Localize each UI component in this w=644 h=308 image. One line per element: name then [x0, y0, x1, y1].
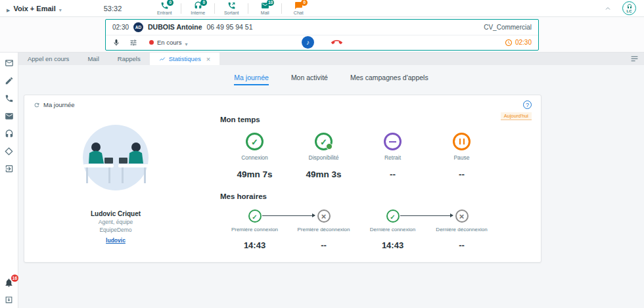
channel-mail[interactable]: 10 Mail: [251, 1, 279, 15]
diamond-quality-icon[interactable]: [5, 147, 13, 156]
channel-mode-selector[interactable]: Voix + Email: [7, 3, 62, 14]
interne-label: Interne: [191, 11, 205, 15]
contact-name: DUBOIS Antoine: [148, 23, 202, 31]
entrant-label: Entrant: [157, 11, 172, 15]
interne-badge: 0: [200, 0, 207, 6]
line-chart-icon: [159, 56, 166, 62]
close-tab-icon[interactable]: [204, 55, 210, 63]
tab-mail[interactable]: Mail: [78, 53, 108, 65]
subtab-mes-campagnes[interactable]: Mes campagnes d'appels: [350, 74, 428, 85]
disponibilite-check-icon: [315, 133, 333, 150]
ma-journee-card: Ma journée ? Aujourd'hui: [24, 95, 541, 263]
outgoing-call-icon: [227, 1, 236, 10]
channel-interne[interactable]: 0 Interne: [184, 1, 212, 15]
headset-icon: [627, 4, 632, 9]
chat-label: Chat: [294, 11, 304, 15]
collapse-panel-icon[interactable]: [604, 5, 612, 12]
x-circle-icon: [317, 209, 331, 223]
agent-name: Ludovic Criquet: [91, 210, 141, 217]
hangup-phone-icon: [331, 37, 342, 48]
call-list-panel-icon[interactable]: [630, 53, 644, 65]
mail-inbox-icon[interactable]: [5, 58, 14, 68]
channel-chat[interactable]: 0 Chat: [285, 1, 312, 15]
hold-timer: 02:30: [515, 39, 532, 46]
headset-supervision-icon[interactable]: [5, 129, 14, 139]
horaire-label: Dernière déconnexion: [436, 227, 487, 232]
horaire-value: --: [459, 240, 465, 250]
arrow-icon: [262, 215, 315, 216]
subtab-ma-journee[interactable]: Ma journée: [234, 74, 269, 85]
temps-value: 49mn 7s: [237, 169, 272, 179]
screen-pop-icon[interactable]: [5, 296, 13, 304]
refresh-icon[interactable]: [34, 102, 40, 108]
channel-entrant[interactable]: 0 Entrant: [150, 1, 178, 15]
user-avatar[interactable]: LC: [622, 1, 636, 15]
chevron-down-icon: [59, 3, 62, 14]
horaire-value: --: [321, 240, 327, 250]
check-circle-icon: [386, 209, 400, 223]
phone-callback-icon[interactable]: [5, 94, 14, 103]
stats-subtabs: Ma journée Mon activité Mes campagnes d'…: [18, 74, 644, 85]
call-status-dropdown[interactable]: En cours: [149, 37, 188, 49]
notifications-badge: 16: [11, 275, 18, 282]
contact-number: 06 49 95 94 51: [206, 23, 252, 31]
mail-edit-icon[interactable]: [5, 76, 14, 85]
mute-microphone-button[interactable]: [112, 39, 120, 47]
check-circle-icon: [248, 209, 262, 223]
active-call-banner: 02:30 AD DUBOIS Antoine 06 49 95 94 51 C…: [105, 19, 539, 51]
mon-temps-row: Connexion 49mn 7s Disponibilité 49mn 3s …: [220, 133, 496, 179]
tab-statistiques[interactable]: Statistiques: [150, 53, 220, 65]
status-label: En cours: [157, 39, 182, 46]
contact-avatar: AD: [133, 22, 143, 32]
x-circle-icon: [455, 209, 469, 223]
connexion-check-icon: [246, 133, 264, 150]
mon-temps-title: Mon temps: [220, 116, 496, 123]
call-timer: 02:30: [112, 24, 129, 31]
channel-sortant[interactable]: Sortant: [218, 1, 245, 15]
separator: [181, 3, 181, 14]
tab-appel-en-cours[interactable]: Appel en cours: [18, 53, 78, 65]
temps-label: Retrait: [384, 154, 401, 161]
tab-rappels[interactable]: Rappels: [108, 53, 150, 65]
subtab-mon-activite[interactable]: Mon activité: [291, 74, 328, 85]
temps-disponibilite: Disponibilité 49mn 3s: [289, 133, 358, 179]
horaire-label: Dernière connexion: [370, 227, 415, 232]
channel-mode-label: Voix + Email: [13, 5, 55, 12]
session-timer: 53:32: [104, 5, 122, 12]
notifications-bell-icon[interactable]: 16: [4, 278, 14, 288]
agent-team: EquipeDemo: [91, 227, 141, 233]
agent-role: Agent, équipe: [91, 219, 141, 225]
agents-illustration: [66, 123, 165, 194]
logout-door-icon[interactable]: [5, 164, 14, 173]
mail-label: Mail: [261, 11, 269, 15]
tab-label: Mail: [87, 55, 99, 62]
status-dot-icon: [149, 40, 154, 45]
audio-settings-button[interactable]: [129, 39, 137, 47]
left-sidebar: 16: [0, 53, 18, 308]
mes-horaires-row: Première connexion 14:43 Première déconn…: [220, 209, 496, 250]
sortant-label: Sortant: [224, 11, 239, 15]
hold-music-button[interactable]: [302, 36, 314, 49]
hangup-button[interactable]: [331, 37, 342, 48]
card-title: Ma journée: [43, 101, 75, 108]
retrait-minus-icon: [384, 133, 402, 150]
pause-icon: [453, 133, 471, 150]
horaire-label: Première déconnexion: [297, 227, 350, 232]
workspace-tabbar: Appel en cours Mail Rappels Statistiques: [18, 53, 644, 65]
tab-label: Rappels: [118, 55, 141, 62]
tune-mixer-icon: [129, 39, 137, 47]
chat-badge: 0: [301, 0, 308, 6]
mes-horaires-title: Mes horaires: [220, 192, 496, 200]
derniere-pair: Dernière connexion 14:43 Dernière déconn…: [358, 209, 496, 250]
tab-label: Appel en cours: [28, 55, 69, 62]
help-button[interactable]: ?: [523, 100, 532, 109]
horaire-value: 14:43: [244, 240, 265, 250]
date-chip: Aujourd'hui: [501, 112, 532, 120]
temps-connexion: Connexion 49mn 7s: [220, 133, 289, 179]
mail-schedule-icon[interactable]: [5, 112, 14, 121]
temps-label: Connexion: [241, 154, 268, 161]
agent-login-link[interactable]: ludovic: [106, 237, 126, 244]
topbar: Voix + Email 53:32 0 Entrant 0 Interne S…: [0, 0, 644, 17]
premiere-pair: Première connexion 14:43 Première déconn…: [220, 209, 358, 250]
separator: [214, 3, 215, 14]
